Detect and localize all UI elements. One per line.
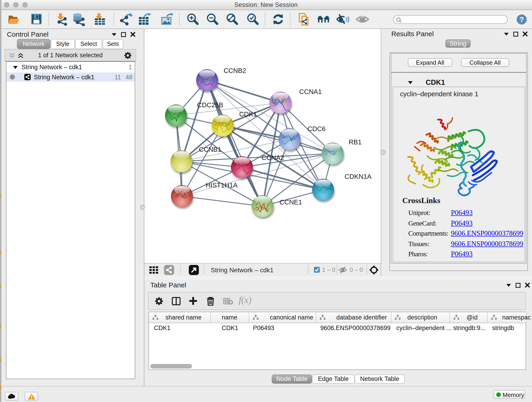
- svg-text:CDC25B: CDC25B: [197, 101, 223, 109]
- svg-text:?: ?: [519, 15, 524, 24]
- svg-text:CCNB1: CCNB1: [199, 146, 221, 153]
- svg-text:CDK1: CDK1: [239, 110, 257, 118]
- svg-text:RB1: RB1: [349, 138, 361, 146]
- svg-text:CCNA1: CCNA1: [299, 88, 322, 95]
- svg-text:CCNE1: CCNE1: [279, 198, 302, 206]
- svg-text:CCNB2: CCNB2: [224, 67, 246, 74]
- svg-text:HIST1H1A: HIST1H1A: [206, 182, 238, 189]
- svg-text:CCNA2: CCNA2: [262, 154, 284, 161]
- svg-text:CDKN1A: CDKN1A: [345, 173, 372, 180]
- svg-text:CDC6: CDC6: [307, 125, 326, 133]
